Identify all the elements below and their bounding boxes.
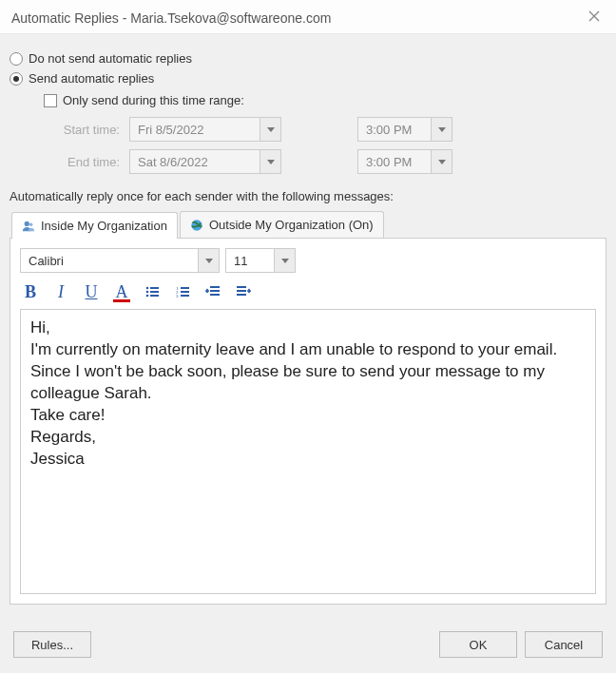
editor-panel: Calibri 11 B I U A 123 — [10, 238, 606, 605]
radio-send[interactable]: Send automatic replies — [10, 71, 606, 86]
bullet-list-button[interactable] — [144, 282, 161, 301]
svg-rect-6 — [150, 291, 159, 293]
radio-label: Do not send automatic replies — [29, 51, 192, 66]
radio-icon — [10, 52, 23, 66]
svg-rect-16 — [210, 290, 220, 292]
svg-rect-20 — [237, 294, 246, 296]
end-time-label: End time: — [44, 155, 129, 169]
font-row: Calibri 11 — [20, 248, 596, 273]
svg-rect-15 — [210, 286, 220, 288]
chevron-down-icon — [431, 150, 452, 173]
rules-button[interactable]: Rules... — [13, 631, 91, 658]
svg-point-3 — [146, 287, 149, 290]
tab-label: Inside My Organization — [41, 219, 167, 233]
numbered-list-button[interactable]: 123 — [174, 282, 191, 301]
dropdown-value: 3:00 PM — [358, 155, 431, 169]
svg-rect-18 — [237, 286, 246, 288]
chevron-down-icon — [274, 249, 295, 272]
font-color-button[interactable]: A — [113, 282, 130, 301]
svg-point-1 — [29, 222, 33, 226]
window-title: Automatic Replies - Maria.Tsekova@softwa… — [11, 10, 331, 26]
bold-button[interactable]: B — [22, 282, 39, 301]
svg-rect-4 — [150, 287, 159, 289]
dialog-content: Do not send automatic replies Send autom… — [0, 34, 616, 614]
chevron-down-icon — [431, 118, 452, 141]
time-range-grid: Start time: Fri 8/5/2022 3:00 PM End tim… — [44, 117, 606, 174]
close-icon[interactable] — [584, 8, 605, 28]
dropdown-value: 11 — [226, 254, 274, 268]
tab-outside-org[interactable]: Outside My Organization (On) — [180, 211, 384, 238]
dropdown-value: Sat 8/6/2022 — [130, 155, 260, 169]
start-date-dropdown[interactable]: Fri 8/5/2022 — [129, 117, 281, 142]
svg-point-7 — [146, 295, 149, 298]
chevron-down-icon — [260, 118, 280, 141]
font-name-dropdown[interactable]: Calibri — [20, 248, 220, 273]
end-date-dropdown[interactable]: Sat 8/6/2022 — [129, 149, 281, 174]
svg-text:3: 3 — [176, 294, 179, 298]
tab-label: Outside My Organization (On) — [209, 218, 374, 232]
svg-rect-10 — [181, 287, 189, 289]
checkbox-icon — [44, 94, 57, 107]
chevron-down-icon — [198, 249, 219, 272]
indent-button[interactable] — [235, 282, 252, 301]
ok-button[interactable]: OK — [439, 631, 517, 658]
dialog-footer: Rules... OK Cancel — [0, 614, 616, 673]
globe-icon — [190, 219, 203, 232]
start-time-label: Start time: — [44, 123, 129, 137]
chevron-down-icon — [260, 150, 280, 173]
radio-icon — [10, 72, 23, 86]
svg-point-0 — [25, 221, 29, 225]
tabs: Inside My Organization Outside My Organi… — [11, 211, 606, 238]
svg-rect-19 — [237, 290, 246, 292]
format-toolbar: B I U A 123 — [22, 282, 596, 301]
titlebar: Automatic Replies - Maria.Tsekova@softwa… — [0, 0, 616, 34]
svg-rect-17 — [210, 294, 220, 296]
people-icon — [22, 220, 35, 233]
cancel-button[interactable]: Cancel — [525, 631, 603, 658]
outdent-button[interactable] — [204, 282, 221, 301]
checkbox-label: Only send during this time range: — [63, 93, 244, 107]
radio-do-not-send[interactable]: Do not send automatic replies — [10, 51, 606, 66]
svg-rect-8 — [150, 295, 159, 297]
font-size-dropdown[interactable]: 11 — [225, 248, 296, 273]
reply-message-input[interactable]: Hi, I'm currently on maternity leave and… — [20, 309, 596, 594]
italic-button[interactable]: I — [52, 282, 69, 301]
radio-label: Send automatic replies — [29, 71, 154, 86]
svg-point-5 — [146, 291, 149, 294]
start-time-dropdown[interactable]: 3:00 PM — [357, 117, 452, 142]
reply-section-label: Automatically reply once for each sender… — [10, 189, 606, 203]
dropdown-value: Fri 8/5/2022 — [130, 123, 260, 137]
underline-button[interactable]: U — [83, 282, 100, 301]
tab-inside-org[interactable]: Inside My Organization — [11, 212, 178, 239]
svg-rect-12 — [181, 291, 189, 293]
end-time-dropdown[interactable]: 3:00 PM — [357, 149, 452, 174]
svg-rect-14 — [181, 295, 189, 297]
dropdown-value: Calibri — [21, 254, 198, 268]
checkbox-time-range[interactable]: Only send during this time range: — [44, 93, 606, 107]
dropdown-value: 3:00 PM — [358, 123, 431, 137]
